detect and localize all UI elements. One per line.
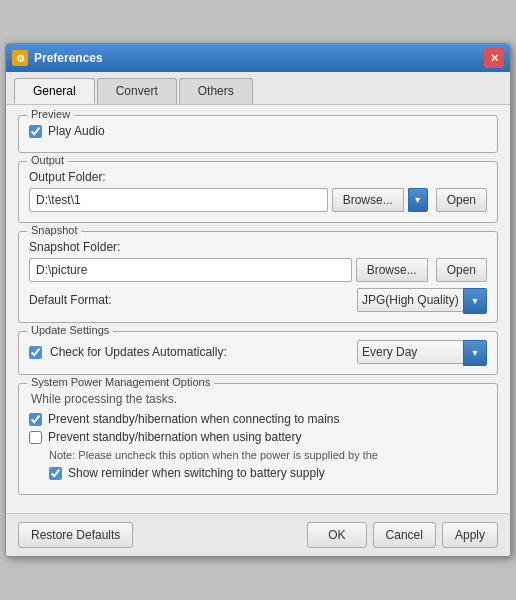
format-select[interactable]: JPG(High Quality) PNG BMP GIF	[357, 288, 487, 312]
auto-update-label: Check for Updates Automatically:	[50, 345, 227, 359]
power-option1-row: Prevent standby/hibernation when connect…	[29, 412, 487, 426]
ok-button[interactable]: OK	[307, 522, 366, 548]
prevent-mains-checkbox[interactable]	[29, 413, 42, 426]
app-icon: ⚙	[12, 50, 28, 66]
prevent-battery-checkbox[interactable]	[29, 431, 42, 444]
format-dropdown-wrapper: JPG(High Quality) PNG BMP GIF	[357, 288, 487, 312]
output-folder-row: Browse... ▼ Open	[29, 188, 487, 212]
tabs-bar: General Convert Others	[6, 72, 510, 105]
update-group: Update Settings Check for Updates Automa…	[18, 331, 498, 375]
snapshot-group: Snapshot Snapshot Folder: Browse... Open…	[18, 231, 498, 323]
output-open-button[interactable]: Open	[436, 188, 487, 212]
play-audio-label: Play Audio	[48, 124, 105, 138]
power-group: System Power Management Options While pr…	[18, 383, 498, 494]
output-group: Output Output Folder: Browse... ▼ Open	[18, 161, 498, 223]
preferences-window: ⚙ Preferences ✕ General Convert Others P…	[5, 43, 511, 556]
tab-convert[interactable]: Convert	[97, 78, 177, 104]
tab-general[interactable]: General	[14, 78, 95, 104]
content-area: Preview Play Audio Output Output Folder:…	[6, 105, 510, 512]
window-title: Preferences	[34, 51, 484, 65]
update-row: Check for Updates Automatically: Every D…	[29, 340, 487, 364]
bottom-right-buttons: OK Cancel Apply	[307, 522, 498, 548]
output-folder-label: Output Folder:	[29, 170, 487, 184]
tab-others[interactable]: Others	[179, 78, 253, 104]
play-audio-checkbox[interactable]	[29, 125, 42, 138]
close-button[interactable]: ✕	[484, 48, 504, 68]
preview-group: Preview Play Audio	[18, 115, 498, 153]
cancel-button[interactable]: Cancel	[373, 522, 436, 548]
format-row: Default Format: JPG(High Quality) PNG BM…	[29, 288, 487, 312]
restore-defaults-button[interactable]: Restore Defaults	[18, 522, 133, 548]
power-option2-row: Prevent standby/hibernation when using b…	[29, 430, 487, 444]
output-group-label: Output	[27, 154, 68, 166]
output-browse-button[interactable]: Browse...	[332, 188, 404, 212]
update-frequency-wrapper: Every Day Every Week Every Month Never	[357, 340, 487, 364]
power-group-label: System Power Management Options	[27, 376, 214, 388]
snapshot-folder-input[interactable]	[29, 258, 352, 282]
play-audio-row: Play Audio	[29, 124, 487, 138]
update-frequency-select[interactable]: Every Day Every Week Every Month Never	[357, 340, 487, 364]
auto-update-checkbox[interactable]	[29, 346, 42, 359]
prevent-battery-label: Prevent standby/hibernation when using b…	[48, 430, 302, 444]
prevent-mains-label: Prevent standby/hibernation when connect…	[48, 412, 340, 426]
snapshot-folder-row: Browse... Open	[29, 258, 487, 282]
power-note-text: Note: Please uncheck this option when th…	[49, 448, 487, 463]
snapshot-open-button[interactable]: Open	[436, 258, 487, 282]
apply-button[interactable]: Apply	[442, 522, 498, 548]
title-bar: ⚙ Preferences ✕	[6, 44, 510, 72]
show-reminder-label: Show reminder when switching to battery …	[68, 466, 325, 480]
while-text: While processing the tasks.	[31, 392, 487, 406]
power-option3-row: Show reminder when switching to battery …	[49, 466, 487, 480]
snapshot-browse-button[interactable]: Browse...	[356, 258, 428, 282]
update-group-label: Update Settings	[27, 324, 113, 336]
show-reminder-checkbox[interactable]	[49, 467, 62, 480]
bottom-bar: Restore Defaults OK Cancel Apply	[6, 513, 510, 556]
snapshot-group-label: Snapshot	[27, 224, 81, 236]
preview-group-label: Preview	[27, 108, 74, 120]
output-browse-dropdown-arrow[interactable]: ▼	[408, 188, 428, 212]
output-folder-input[interactable]	[29, 188, 328, 212]
format-label: Default Format:	[29, 293, 357, 307]
snapshot-folder-label: Snapshot Folder:	[29, 240, 487, 254]
